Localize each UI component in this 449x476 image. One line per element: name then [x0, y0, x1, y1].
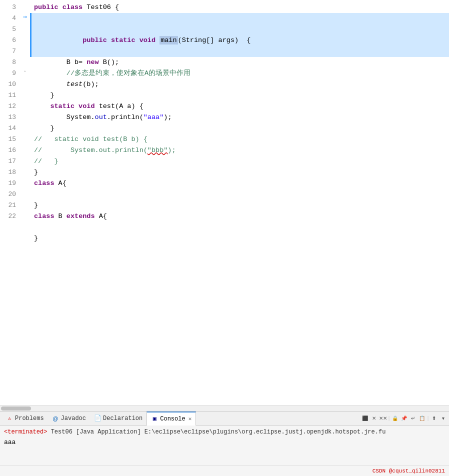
gutter: ⇒ ◦ — [20, 0, 30, 405]
bottom-panel: ⚠ Problems @ Javadoc 📄 Declaration ▣ Con… — [0, 411, 449, 476]
tab-bar: ⚠ Problems @ Javadoc 📄 Declaration ▣ Con… — [0, 412, 449, 426]
editor-area: 3 4 5 6 7 8 9 10 11 12 13 14 15 16 17 18… — [0, 0, 449, 411]
console-content: <terminated> Test06 [Java Application] E… — [0, 426, 449, 465]
problems-icon: ⚠ — [6, 415, 13, 422]
code-line-5: B b= new B(); — [30, 57, 449, 68]
console-app-info: Test06 [Java Application] E:\eclipse\ecl… — [51, 428, 386, 436]
terminated-label: <terminated> — [4, 428, 47, 436]
tab-javadoc[interactable]: @ Javadoc — [48, 412, 90, 426]
word-wrap-button[interactable]: ↵ — [409, 414, 417, 422]
code-line-19: class B extends A{ — [30, 211, 449, 222]
console-close-button[interactable]: ✕ — [188, 416, 192, 422]
remove-all-button[interactable]: ✕✕ — [379, 414, 387, 422]
stop-button[interactable]: ⬛ — [361, 414, 369, 422]
scrollbar-thumb[interactable] — [1, 406, 31, 410]
code-line-14: // } — [30, 156, 449, 167]
tab-console[interactable]: ▣ Console ✕ — [146, 412, 196, 426]
copy-button[interactable]: 📋 — [418, 414, 426, 422]
code-container: 3 4 5 6 7 8 9 10 11 12 13 14 15 16 17 18… — [0, 0, 449, 405]
code-line-9: static void test(A a) { — [30, 101, 449, 112]
code-line-6: //多态是约束，使对象在A的场景中作用 — [30, 68, 449, 79]
separator2: | — [427, 414, 429, 422]
declaration-icon: 📄 — [94, 415, 101, 422]
tab-declaration[interactable]: 📄 Declaration — [90, 412, 146, 426]
console-icon: ▣ — [151, 416, 158, 422]
horizontal-scrollbar[interactable] — [0, 405, 449, 411]
open-console-button[interactable]: ⬆ — [430, 414, 438, 422]
code-line-8: } — [30, 90, 449, 101]
code-line-21: } — [30, 233, 449, 244]
code-line-7: test(b); — [30, 79, 449, 90]
tab-declaration-label: Declaration — [103, 415, 142, 422]
status-bar: CSDN @cqust_qilin02811 — [0, 465, 449, 476]
status-text: CSDN @cqust_qilin02811 — [372, 468, 445, 474]
view-menu-button[interactable]: ▾ — [439, 414, 447, 422]
scroll-lock-button[interactable]: 🔒 — [391, 414, 399, 422]
console-toolbar: ⬛ ✕ ✕✕ | 🔒 📌 ↵ 📋 | ⬆ ▾ — [361, 414, 447, 422]
tab-problems[interactable]: ⚠ Problems — [2, 412, 48, 426]
separator1: | — [388, 414, 390, 422]
tab-problems-label: Problems — [15, 415, 44, 422]
code-line-17 — [30, 189, 449, 200]
code-line-13: // System.out.println("bbb"); — [30, 145, 449, 156]
code-line-4: public static void main(String[] args) { — [30, 13, 449, 57]
remove-button[interactable]: ✕ — [370, 414, 378, 422]
console-output: aaa — [4, 438, 445, 448]
tab-javadoc-label: Javadoc — [61, 415, 86, 422]
code-line-3: public class Test06 { — [30, 2, 449, 13]
code-line-11: } — [30, 123, 449, 134]
code-editor[interactable]: public class Test06 { public static void… — [30, 0, 449, 405]
javadoc-icon: @ — [52, 415, 59, 422]
code-line-10: System.out.println("aaa"); — [30, 112, 449, 123]
console-terminated-line: <terminated> Test06 [Java Application] E… — [4, 428, 445, 436]
code-line-18: } — [30, 200, 449, 211]
breakpoint-arrow: ⇒ — [20, 11, 30, 22]
code-line-15: } — [30, 167, 449, 178]
line-numbers: 3 4 5 6 7 8 9 10 11 12 13 14 15 16 17 18… — [0, 0, 20, 405]
code-line-12: // static void test(B b) { — [30, 134, 449, 145]
code-line-22 — [30, 244, 449, 255]
pin-button[interactable]: 📌 — [400, 414, 408, 422]
code-line-20 — [30, 222, 449, 233]
code-line-16: class A{ — [30, 178, 449, 189]
tab-console-label: Console — [160, 416, 185, 422]
